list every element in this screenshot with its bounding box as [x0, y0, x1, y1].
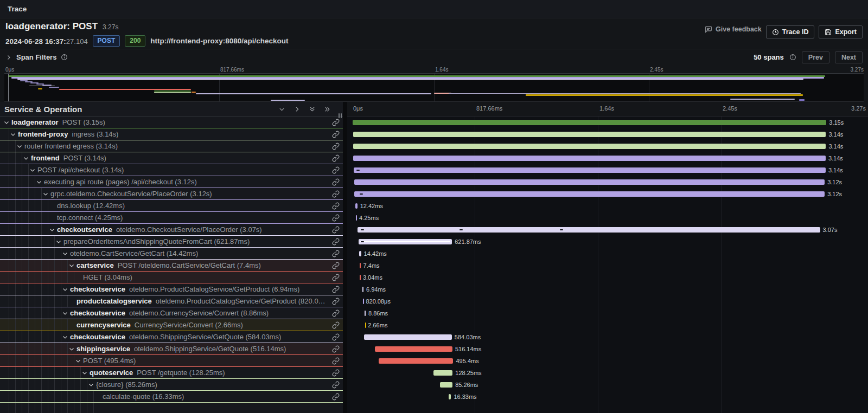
span-duration-bar[interactable]: [379, 358, 454, 364]
span-link-icon[interactable]: [328, 119, 340, 126]
span-duration-bar[interactable]: [354, 179, 825, 185]
span-row-label[interactable]: checkoutserviceoteldemo.ShippingService/…: [0, 331, 343, 343]
span-duration-bar[interactable]: [362, 287, 363, 292]
row-expand-chevron-icon[interactable]: [36, 179, 44, 185]
span-row-label[interactable]: {closure} (85.26ms): [0, 379, 343, 391]
span-row-label[interactable]: router frontend egress (3.14s): [0, 140, 343, 152]
column-resize-handle[interactable]: [339, 113, 342, 118]
give-feedback-link[interactable]: Give feedback: [705, 25, 762, 33]
span-row-label[interactable]: calculate-quote (16.33ms): [0, 391, 343, 403]
span-link-icon[interactable]: [328, 309, 340, 317]
span-link-icon[interactable]: [328, 238, 340, 246]
span-filters-toggle[interactable]: Span Filters: [5, 53, 68, 61]
span-row-label[interactable]: tcp.connect (4.25ms): [0, 212, 343, 224]
span-duration-bar[interactable]: [364, 334, 452, 340]
span-link-icon[interactable]: [328, 262, 340, 269]
span-link-icon[interactable]: [328, 333, 340, 341]
span-link-icon[interactable]: [328, 178, 340, 186]
span-duration-bar[interactable]: [353, 144, 826, 149]
span-duration-bar[interactable]: [359, 239, 452, 244]
span-link-icon[interactable]: [328, 143, 340, 150]
export-button[interactable]: Export: [819, 25, 863, 38]
span-duration-bar[interactable]: [360, 263, 361, 268]
span-row-label[interactable]: grpc.oteldemo.CheckoutService/PlaceOrder…: [0, 188, 343, 200]
span-link-icon[interactable]: [328, 345, 340, 353]
span-row-label[interactable]: prepareOrderItemsAndShippingQuoteFromCar…: [0, 236, 343, 248]
span-duration-bar[interactable]: [353, 156, 826, 161]
span-duration-bar[interactable]: [363, 299, 364, 304]
info-icon[interactable]: [789, 54, 796, 61]
span-row-label[interactable]: POST /api/checkout (3.14s): [0, 164, 343, 176]
span-link-icon[interactable]: [328, 298, 340, 305]
span-link-icon[interactable]: [328, 357, 340, 365]
double-chevron-right-icon[interactable]: [324, 106, 331, 113]
span-link-icon[interactable]: [328, 393, 340, 401]
row-expand-chevron-icon[interactable]: [75, 358, 83, 364]
span-row-label[interactable]: productcatalogserviceoteldemo.ProductCat…: [0, 295, 343, 307]
span-row-label[interactable]: frontendPOST (3.14s): [0, 152, 343, 164]
trace-id-button[interactable]: Trace ID: [766, 25, 815, 38]
row-expand-chevron-icon[interactable]: [88, 382, 96, 388]
span-duration-bar[interactable]: [358, 227, 820, 233]
row-expand-chevron-icon[interactable]: [62, 286, 70, 293]
span-row-label[interactable]: checkoutserviceoteldemo.CurrencyService/…: [0, 307, 343, 319]
row-expand-chevron-icon[interactable]: [62, 310, 70, 317]
span-duration-bar[interactable]: [375, 346, 452, 352]
span-row-label[interactable]: oteldemo.CartService/GetCart (14.42ms): [0, 248, 343, 260]
span-row-label[interactable]: dns.lookup (12.42ms): [0, 200, 343, 212]
span-row-label[interactable]: checkoutserviceoteldemo.CheckoutService/…: [0, 224, 343, 236]
span-duration-bar[interactable]: [360, 275, 361, 280]
span-row-label[interactable]: checkoutserviceoteldemo.ProductCatalogSe…: [0, 283, 343, 295]
span-link-icon[interactable]: [328, 381, 340, 389]
span-link-icon[interactable]: [328, 154, 340, 162]
row-expand-chevron-icon[interactable]: [55, 238, 63, 245]
info-icon[interactable]: [61, 54, 68, 61]
span-row-label[interactable]: HGET (3.04ms): [0, 272, 343, 283]
span-duration-bar[interactable]: [353, 132, 826, 137]
span-row-label[interactable]: quoteservicePOST /getquote (128.25ms): [0, 367, 343, 379]
span-row-label[interactable]: shippingserviceoteldemo.ShippingService/…: [0, 343, 343, 355]
row-expand-chevron-icon[interactable]: [23, 155, 31, 162]
double-chevron-down-icon[interactable]: [309, 106, 316, 113]
column-divider[interactable]: [343, 102, 347, 413]
next-button[interactable]: Next: [835, 51, 863, 63]
span-duration-bar[interactable]: [433, 370, 453, 376]
span-link-icon[interactable]: [328, 369, 340, 377]
row-expand-chevron-icon[interactable]: [49, 227, 57, 233]
span-duration-bar[interactable]: [355, 203, 357, 209]
row-expand-chevron-icon[interactable]: [62, 334, 70, 340]
span-link-icon[interactable]: [328, 274, 340, 281]
span-duration-bar[interactable]: [449, 394, 451, 399]
span-link-icon[interactable]: [328, 250, 340, 257]
row-expand-chevron-icon[interactable]: [62, 250, 70, 257]
span-row-label[interactable]: frontend-proxyingress (3.14s): [0, 128, 343, 140]
chevron-right-icon[interactable]: [293, 106, 301, 113]
row-expand-chevron-icon[interactable]: [81, 370, 90, 376]
span-duration-bar[interactable]: [354, 191, 825, 197]
span-duration-bar[interactable]: [365, 311, 366, 316]
span-link-icon[interactable]: [328, 202, 340, 210]
span-duration-bar[interactable]: [353, 120, 826, 125]
span-link-icon[interactable]: [328, 286, 340, 293]
span-row-label[interactable]: cartservicePOST /oteldemo.CartService/Ge…: [0, 260, 343, 272]
row-expand-chevron-icon[interactable]: [42, 191, 50, 197]
minimap-canvas[interactable]: [4, 73, 864, 102]
span-duration-bar[interactable]: [356, 215, 357, 221]
span-link-icon[interactable]: [328, 190, 340, 198]
span-link-icon[interactable]: [328, 226, 340, 234]
span-row-label[interactable]: executing api route (pages) /api/checkou…: [0, 176, 343, 188]
row-expand-chevron-icon[interactable]: [68, 346, 76, 352]
span-link-icon[interactable]: [328, 321, 340, 329]
span-duration-bar[interactable]: [440, 382, 453, 388]
row-expand-chevron-icon[interactable]: [10, 131, 18, 138]
span-row-label[interactable]: loadgeneratorPOST (3.15s): [0, 117, 343, 128]
prev-button[interactable]: Prev: [802, 51, 829, 63]
span-link-icon[interactable]: [328, 166, 340, 174]
span-link-icon[interactable]: [328, 214, 340, 222]
minimap-scrubber-handle[interactable]: [8, 74, 9, 101]
row-expand-chevron-icon[interactable]: [68, 262, 76, 269]
span-row-label[interactable]: currencyserviceCurrencyService/Convert (…: [0, 319, 343, 331]
span-duration-bar[interactable]: [354, 167, 826, 173]
span-duration-bar[interactable]: [359, 251, 361, 256]
chevron-down-icon[interactable]: [278, 106, 285, 113]
